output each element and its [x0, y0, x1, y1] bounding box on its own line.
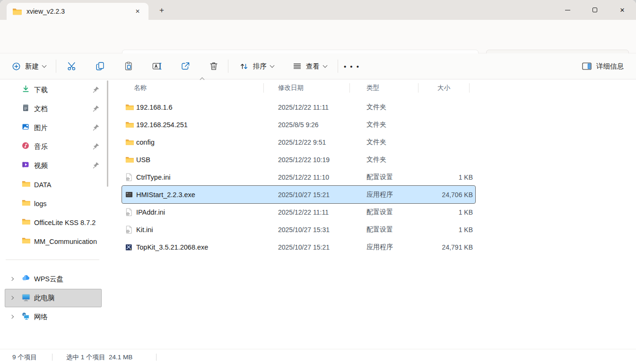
column-header-date[interactable]: 修改日期	[278, 84, 366, 92]
sidebar-scrollbar[interactable]	[107, 80, 108, 187]
file-name: IPAddr.ini	[136, 208, 278, 216]
file-date: 2025/12/22 11:11	[278, 208, 366, 216]
column-separator[interactable]	[469, 83, 470, 93]
status-bar: 9 个项目 选中 1 个项目 24.1 MB	[0, 349, 636, 364]
column-separator[interactable]	[349, 83, 350, 93]
sidebar-item-network[interactable]: 网络	[0, 307, 104, 326]
view-label: 查看	[306, 62, 320, 71]
new-tab-button[interactable]: +	[156, 5, 167, 16]
sidebar-item-logs-folder[interactable]: logs	[0, 194, 104, 213]
file-size: 24,791 KB	[437, 243, 475, 251]
sidebar-item-data-folder[interactable]: DATA	[0, 175, 104, 194]
file-size: 1 KB	[437, 173, 475, 181]
sidebar-item-label: DATA	[34, 181, 52, 189]
chevron-expand-icon[interactable]	[10, 315, 14, 319]
file-row[interactable]: TopKit_3.5.21.2068.exe 2025/10/27 15:21 …	[122, 238, 475, 256]
chevron-expand-icon[interactable]	[10, 296, 14, 300]
explorer-tab[interactable]: xview_v2.2.3 ✕	[7, 3, 148, 20]
delete-button[interactable]	[204, 57, 223, 76]
column-header-size[interactable]: 大小	[437, 84, 481, 92]
folder-icon	[22, 218, 30, 227]
column-separator[interactable]	[263, 83, 264, 93]
sidebar-item-mm-communication-folder[interactable]: MM_Communication	[0, 232, 104, 251]
chevron-down-icon	[270, 63, 275, 68]
pin-icon	[93, 86, 100, 95]
details-pane-icon	[582, 61, 592, 71]
file-row[interactable]: CtrlType.ini 2025/12/22 11:10 配置设置 1 KB	[122, 168, 475, 186]
ini-file-icon	[122, 225, 136, 234]
file-row[interactable]: IPAddr.ini 2025/12/22 11:11 配置设置 1 KB	[122, 203, 475, 221]
music-icon	[22, 142, 29, 151]
chevron-down-icon	[323, 63, 328, 68]
toolbar-divider	[338, 60, 338, 73]
column-header-name[interactable]: 名称	[134, 84, 278, 92]
document-icon	[22, 104, 29, 113]
sidebar-item-officelite-folder[interactable]: OfficeLite KSS 8.7.2	[0, 213, 104, 232]
sidebar-item-pictures[interactable]: 图片	[0, 118, 104, 137]
maximize-icon	[592, 8, 597, 12]
videos-icon	[22, 161, 29, 170]
minimize-button[interactable]	[554, 0, 581, 20]
chevron-expand-icon[interactable]	[10, 277, 14, 281]
file-type: 配置设置	[366, 225, 437, 234]
column-separator[interactable]	[418, 83, 418, 93]
copy-button[interactable]	[91, 57, 110, 76]
file-row[interactable]: 192.168.1.6 2025/12/22 11:11 文件夹	[122, 98, 475, 116]
statusbar-divider	[156, 354, 157, 361]
tab-close-button[interactable]: ✕	[132, 6, 143, 17]
file-type: 文件夹	[366, 156, 437, 164]
sort-button[interactable]: 排序	[236, 57, 277, 76]
chevron-down-icon	[42, 63, 47, 68]
copy-icon	[95, 61, 105, 71]
tab-title: xview_v2.2.3	[26, 8, 132, 15]
close-button[interactable]: ✕	[609, 0, 636, 20]
this-pc-icon	[22, 293, 30, 303]
sidebar-item-wps-cloud[interactable]: WPS云盘	[0, 269, 104, 288]
maximize-button[interactable]	[581, 0, 609, 20]
details-pane-button[interactable]: 详细信息	[579, 57, 627, 76]
file-row[interactable]: config 2025/12/22 9:51 文件夹	[122, 133, 475, 151]
new-label: 新建	[25, 62, 39, 71]
sidebar-item-videos[interactable]: 视频	[0, 156, 104, 175]
file-date: 2025/12/22 11:11	[278, 104, 366, 111]
file-date: 2025/10/27 15:21	[278, 243, 366, 251]
sidebar-item-label: 图片	[34, 123, 48, 132]
file-type: 配置设置	[366, 173, 437, 182]
file-name: CtrlType.ini	[136, 173, 278, 181]
file-size: 1 KB	[437, 226, 475, 234]
new-button[interactable]: 新建	[9, 57, 49, 76]
sidebar-item-this-pc[interactable]: 此电脑	[0, 288, 104, 307]
sidebar-item-label: OfficeLite KSS 8.7.2	[34, 219, 96, 226]
column-header-type[interactable]: 类型	[366, 84, 437, 92]
view-lines-icon	[292, 61, 302, 71]
file-row[interactable]: USB 2025/12/22 10:19 文件夹	[122, 151, 475, 168]
file-type: 文件夹	[366, 138, 437, 147]
statusbar-divider	[52, 354, 52, 361]
sidebar-item-documents[interactable]: 文档	[0, 99, 104, 118]
file-type: 文件夹	[366, 121, 437, 129]
view-button[interactable]: 查看	[289, 57, 330, 76]
rename-button[interactable]	[148, 57, 166, 76]
folder-icon	[122, 104, 136, 111]
sidebar-item-label: 网络	[34, 312, 48, 321]
file-date: 2025/12/22 9:51	[278, 139, 366, 146]
folder-icon	[12, 8, 22, 15]
cut-button[interactable]	[62, 57, 81, 76]
file-row-selected[interactable]: HMIStart_2.2.3.exe 2025/10/27 15:21 应用程序…	[122, 186, 475, 203]
share-button[interactable]	[176, 57, 195, 76]
more-options-button[interactable]: • • •	[343, 57, 360, 76]
sidebar-item-downloads[interactable]: 下载	[0, 80, 104, 99]
file-name: HMIStart_2.2.3.exe	[136, 191, 278, 199]
cloud-icon	[22, 274, 30, 283]
pin-icon	[93, 124, 100, 133]
file-type: 应用程序	[366, 243, 437, 251]
new-icon	[11, 61, 21, 71]
file-row[interactable]: Kit.ini 2025/10/27 15:31 配置设置 1 KB	[122, 221, 475, 238]
window-controls: ✕	[554, 0, 636, 20]
paste-button[interactable]	[119, 57, 138, 76]
title-bar: xview_v2.2.3 ✕ + ✕	[0, 0, 636, 20]
file-name: 192.168.1.6	[136, 104, 278, 111]
sidebar-item-music[interactable]: 音乐	[0, 137, 104, 156]
file-row[interactable]: 192.168.254.251 2025/8/5 9:26 文件夹	[122, 116, 475, 133]
file-type: 文件夹	[366, 103, 437, 112]
